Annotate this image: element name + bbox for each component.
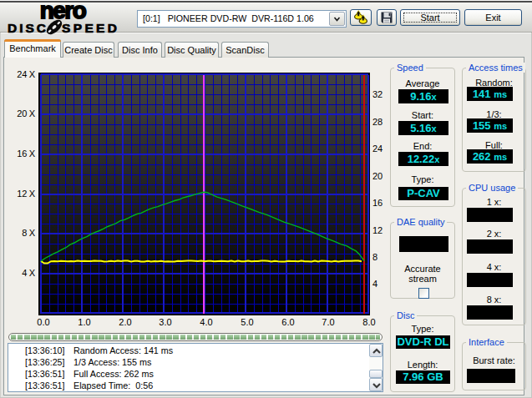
svg-text:nero: nero — [40, 0, 87, 23]
svg-text:SPEED: SPEED — [62, 21, 117, 35]
svg-text:DISC: DISC — [8, 21, 46, 35]
